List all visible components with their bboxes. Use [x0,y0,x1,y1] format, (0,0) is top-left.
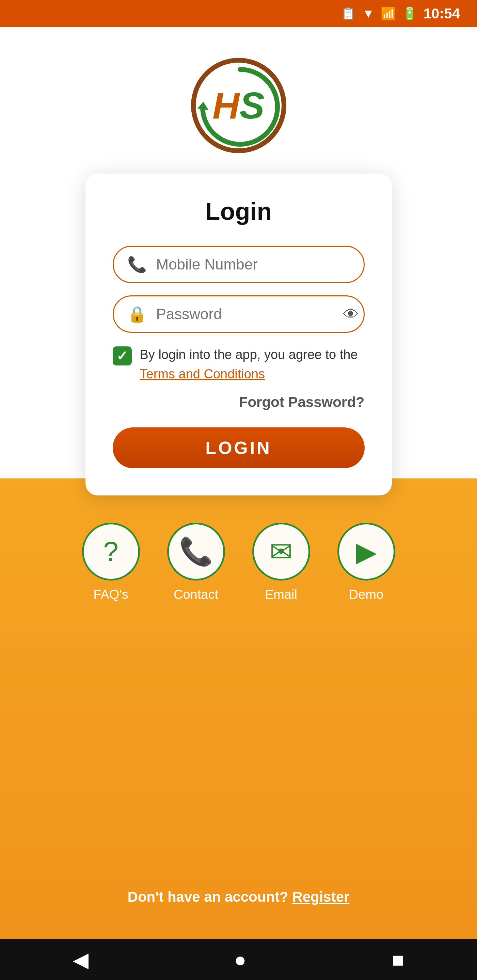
login-card: Login 📞 🔒 👁 ✓ By login into the app, you… [85,173,392,495]
action-item-demo: ▶ Demo [337,523,395,602]
forgot-row: Forgot Password? [113,394,365,410]
forgot-password-link[interactable]: Forgot Password? [239,394,365,410]
eye-toggle-icon[interactable]: 👁 [343,305,359,323]
bottom-nav: ◀ ● ■ [0,939,477,980]
signal-icon: 📶 [381,6,396,21]
home-button[interactable]: ● [234,948,246,972]
terms-prefix: By login into the app, you agree to the [140,347,358,362]
lock-input-icon: 🔒 [127,305,147,323]
main-content: HS Login 📞 🔒 👁 ✓ [0,27,477,495]
email-circle[interactable]: ✉ [252,523,310,581]
checkmark-icon: ✓ [116,348,128,364]
logo-letters: HS [212,87,265,124]
no-account-text: Don't have an account? Register [128,889,350,905]
logo-h: H [212,84,239,126]
wifi-icon: ▼ [362,6,375,21]
page-wrapper: 📋 ▼ 📶 🔋 10:54 HS Login [0,0,477,980]
sim-icon: 📋 [341,6,356,21]
register-section: Don't have an account? Register [0,889,477,905]
demo-label: Demo [349,587,383,602]
register-link[interactable]: Register [292,889,349,905]
phone-icon: 📞 [179,536,213,568]
demo-circle[interactable]: ▶ [337,523,395,581]
terms-text: By login into the app, you agree to the … [140,345,365,384]
action-item-contact: 📞 Contact [167,523,225,602]
status-time: 10:54 [424,5,460,22]
contact-circle[interactable]: 📞 [167,523,225,581]
logo-s: S [240,84,265,126]
mobile-input[interactable] [156,256,350,273]
question-icon: ? [103,536,118,567]
status-icons: 📋 ▼ 📶 🔋 10:54 [341,5,460,22]
mobile-input-wrapper: 📞 [113,246,365,283]
recent-button[interactable]: ■ [392,948,404,972]
action-item-faqs: ? FAQ's [82,523,140,602]
terms-row: ✓ By login into the app, you agree to th… [113,345,365,384]
password-input[interactable] [156,305,343,323]
terms-link[interactable]: Terms and Conditions [140,367,265,381]
login-button[interactable]: LOGIN [113,427,365,468]
orange-section: ? FAQ's 📞 Contact ✉ Email ▶ D [0,479,477,980]
battery-icon: 🔋 [402,6,417,21]
svg-marker-0 [198,102,209,110]
logo-container: HS [191,58,286,153]
play-icon: ▶ [356,536,377,568]
faqs-circle[interactable]: ? [82,523,140,581]
email-label: Email [265,587,297,602]
phone-input-icon: 📞 [127,255,147,274]
action-icons-row: ? FAQ's 📞 Contact ✉ Email ▶ D [82,523,395,602]
status-bar: 📋 ▼ 📶 🔋 10:54 [0,0,477,27]
email-icon: ✉ [270,536,292,568]
action-item-email: ✉ Email [252,523,310,602]
logo-circle: HS [191,58,286,153]
login-title: Login [113,197,365,225]
contact-label: Contact [174,587,218,602]
no-account-prefix: Don't have an account? [128,889,289,905]
back-button[interactable]: ◀ [73,948,89,972]
faqs-label: FAQ's [93,587,128,602]
password-input-wrapper: 🔒 👁 [113,295,365,333]
terms-checkbox[interactable]: ✓ [113,347,132,366]
